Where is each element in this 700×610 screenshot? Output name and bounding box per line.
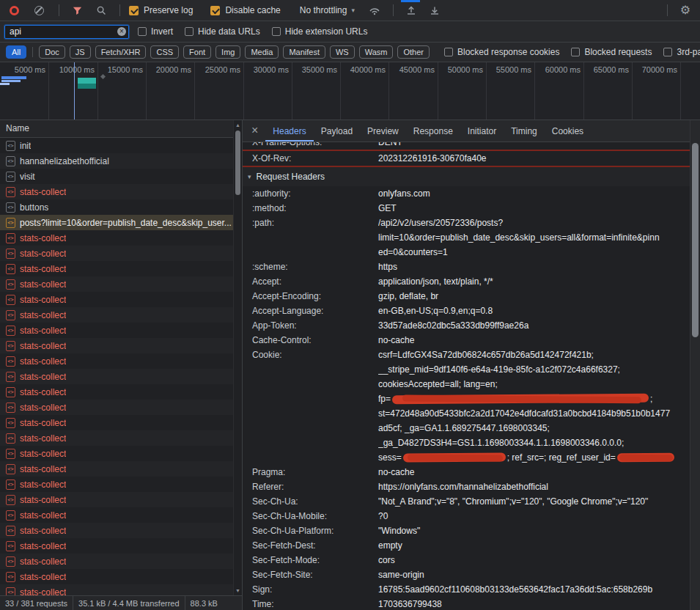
request-row[interactable]: <>stats-collect <box>0 461 242 477</box>
clear-button[interactable] <box>26 6 53 15</box>
detail-scrollbar[interactable] <box>690 120 700 610</box>
overview-gridline <box>48 62 49 120</box>
request-row[interactable]: <>stats-collect <box>0 292 242 307</box>
tab-initiator[interactable]: Initiator <box>460 120 504 142</box>
overview-tick-label: 20000 ms <box>149 65 191 74</box>
hide-extension-urls-checkbox[interactable]: Hide extension URLs <box>272 26 368 37</box>
network-overview[interactable]: 5000 ms10000 ms15000 ms20000 ms25000 ms3… <box>0 62 700 120</box>
request-row[interactable]: <>stats-collect <box>0 230 242 246</box>
request-row[interactable]: <>buttons <box>0 199 242 215</box>
request-row[interactable]: <>posts?limit=10&order=publish_date_desc… <box>0 215 242 230</box>
request-row[interactable]: <>stats-collect <box>0 538 242 554</box>
name-column-header[interactable]: Name <box>0 120 242 138</box>
request-row[interactable]: <>init <box>0 138 242 153</box>
type-filter-media[interactable]: Media <box>245 45 279 59</box>
request-row[interactable]: <>stats-collect <box>0 477 242 492</box>
request-row[interactable]: <>stats-collect <box>0 338 242 353</box>
type-filter-fetch-xhr[interactable]: Fetch/XHR <box>95 45 147 59</box>
hide-data-urls-checkbox[interactable]: Hide data URLs <box>185 26 260 37</box>
request-row[interactable]: <>stats-collect <box>0 353 242 369</box>
unchecked-checkbox-icon <box>185 27 194 36</box>
request-row[interactable]: <>stats-collect <box>0 584 242 595</box>
request-headers-section-header[interactable]: ▾ Request Headers <box>243 167 690 186</box>
filter-checkbox-3rd-party-requests[interactable]: 3rd-party requests <box>663 47 700 57</box>
tab-timing[interactable]: Timing <box>504 120 545 142</box>
request-row[interactable]: <>stats-collect <box>0 369 242 384</box>
import-har-button[interactable] <box>405 4 417 16</box>
request-row[interactable]: <>stats-collect <box>0 569 242 584</box>
preserve-log-checkbox[interactable]: Preserve log <box>129 5 193 15</box>
request-name: stats-collect <box>20 449 66 459</box>
request-row[interactable]: <>stats-collect <box>0 276 242 292</box>
request-row[interactable]: <>stats-collect <box>0 415 242 430</box>
request-name: stats-collect <box>20 587 66 596</box>
request-row[interactable]: <>stats-collect <box>0 430 242 446</box>
unchecked-checkbox-icon <box>571 48 580 56</box>
scrollbar-thumb[interactable] <box>692 143 699 337</box>
type-filter-font[interactable]: Font <box>183 45 211 59</box>
settings-button[interactable]: ⚙ <box>674 4 697 16</box>
request-row[interactable]: <>stats-collect <box>0 261 242 276</box>
header-value-line: "Not_A Brand";v="8", "Chromium";v="120",… <box>378 494 690 509</box>
type-filter-other[interactable]: Other <box>397 45 430 59</box>
overview-tick-label: 50000 ms <box>441 65 483 74</box>
scroll-down-icon[interactable]: ▼ <box>234 588 242 593</box>
type-filter-wasm[interactable]: Wasm <box>359 45 394 59</box>
type-filter-ws[interactable]: WS <box>330 45 355 59</box>
scroll-up-icon[interactable]: ▲ <box>234 122 242 128</box>
search-button[interactable] <box>96 5 107 16</box>
request-row[interactable]: <>stats-collect <box>0 446 242 461</box>
type-filter-manifest[interactable]: Manifest <box>283 45 325 59</box>
filter-checkbox-blocked-response-cookies[interactable]: Blocked response cookies <box>444 47 559 57</box>
request-row[interactable]: <>stats-collect <box>0 184 242 199</box>
request-name: stats-collect <box>20 326 66 336</box>
request-row[interactable]: <>stats-collect <box>0 246 242 261</box>
filter-checkbox-blocked-requests[interactable]: Blocked requests <box>571 47 652 57</box>
filter-toggle-button[interactable] <box>72 5 83 16</box>
request-row[interactable]: <>stats-collect <box>0 323 242 338</box>
header-row: :method:GET <box>243 201 690 216</box>
header-name: :authority: <box>243 186 378 201</box>
invert-checkbox[interactable]: Invert <box>138 26 173 37</box>
unchecked-checkbox-icon <box>444 48 453 56</box>
header-value: no-cache <box>378 465 690 479</box>
throttling-dropdown[interactable]: No throttling ▾ <box>300 5 355 15</box>
request-row[interactable]: <>hannahelizabethofficial <box>0 153 242 169</box>
header-value: gzip, deflate, br <box>378 289 690 304</box>
header-value-line: _ga_D4827DS3H4=GS1.1.1698003344.1.1.1698… <box>378 436 690 450</box>
request-row[interactable]: <>stats-collect <box>0 307 242 323</box>
request-row[interactable]: <>stats-collect <box>0 554 242 569</box>
tab-headers[interactable]: Headers <box>265 120 313 142</box>
record-button[interactable] <box>3 6 26 15</box>
request-name: stats-collect <box>20 341 66 351</box>
request-row[interactable]: <>stats-collect <box>0 523 242 538</box>
filter-input[interactable] <box>5 26 128 37</box>
tab-cookies[interactable]: Cookies <box>545 120 591 142</box>
request-row[interactable]: <>stats-collect <box>0 400 242 415</box>
scrollbar-thumb[interactable] <box>235 131 240 195</box>
request-row[interactable]: <>visit <box>0 169 242 184</box>
network-conditions-button[interactable] <box>369 4 380 16</box>
clear-filter-icon[interactable]: × <box>117 27 126 36</box>
type-filter-css[interactable]: CSS <box>150 45 179 59</box>
type-filter-all[interactable]: All <box>6 45 26 59</box>
request-row[interactable]: <>stats-collect <box>0 384 242 400</box>
request-row[interactable]: <>stats-collect <box>0 507 242 523</box>
export-har-button[interactable] <box>429 4 441 16</box>
tab-payload[interactable]: Payload <box>314 120 360 142</box>
type-filter-doc[interactable]: Doc <box>39 45 65 59</box>
response-header-row: X-Frame-Options: DENY <box>243 142 690 150</box>
overview-gridline <box>486 62 487 120</box>
request-row[interactable]: <>stats-collect <box>0 492 242 507</box>
type-filter-img[interactable]: Img <box>215 45 240 59</box>
request-name: stats-collect <box>20 249 66 259</box>
request-list-scrollbar[interactable]: ▲ ▼ <box>233 120 242 595</box>
tab-preview[interactable]: Preview <box>360 120 406 142</box>
tab-response[interactable]: Response <box>406 120 460 142</box>
request-name: stats-collect <box>20 418 66 428</box>
type-filter-js[interactable]: JS <box>70 45 91 59</box>
header-name: Time: <box>243 597 378 610</box>
disable-cache-checkbox[interactable]: Disable cache <box>210 5 280 15</box>
close-icon[interactable]: × <box>243 125 265 138</box>
header-row: Sec-Fetch-Site:same-origin <box>243 567 690 582</box>
